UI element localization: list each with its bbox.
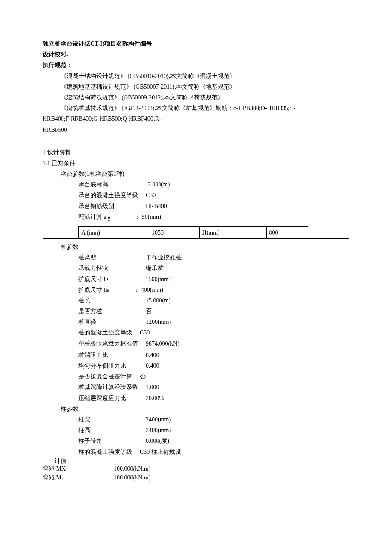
param-colon: ：: [138, 179, 144, 190]
pile-param-row: 压缩层深度应力比 ： 20.00%: [43, 393, 349, 404]
param-value: 否: [144, 306, 152, 317]
param-label: 柱宽: [78, 414, 138, 425]
param-label: 是否按复合桩基计算: [78, 371, 132, 382]
param-colon: ：: [138, 306, 144, 317]
param-value: 干作业挖孔桩: [144, 252, 182, 263]
param-label: 弯矩 M,: [43, 474, 111, 483]
pile-param-row: 是否方桩 ： 否: [43, 306, 349, 317]
param-colon: ：: [132, 371, 138, 382]
document-body: 独立桩承台设计(ZCT-I)项目名称构件编号 设计校对. 执行规范： 《混凝土结…: [43, 38, 349, 483]
col-param-row: 柱高 ： 2400(mm): [43, 425, 349, 436]
divider: [111, 465, 111, 474]
col-param-row: 柱的混凝土强度等级 ： C30 柱上荷载设: [43, 447, 349, 457]
param-value: 2400(mm): [144, 425, 171, 436]
section-1-title: 1 设计资料: [43, 147, 349, 158]
cap-param-row: 承台钢筋级别 ： HRB400: [43, 201, 349, 212]
design-note: 计值: [43, 457, 349, 465]
param-value: 0.000(度): [144, 436, 169, 446]
pile-param-row: 承载力性状 ： 端承桩: [43, 263, 349, 273]
pile-param-row: 桩长 ： 15.000(m): [43, 295, 349, 306]
pile-param-row: 桩的混凝土强度等级 ： C30: [43, 327, 349, 338]
param-label: 桩直径: [78, 317, 138, 327]
param-value: 20.00%: [144, 393, 164, 404]
param-label: 扩底尺寸 he: [78, 285, 133, 295]
pile-param-row: 单桩极限承载力标准值 ： 9874.000(kN): [43, 338, 349, 349]
param-label: 均匀分布侧阻力比: [78, 360, 138, 371]
param-value: 100.000(kN.m): [114, 474, 150, 483]
param-label: 单桩极限承载力标准值: [78, 338, 138, 349]
divider: [111, 474, 111, 483]
rebar-spec-line2: HRB400;F-RRB400;G-HRB500;Q-HRBF400;R-: [43, 113, 349, 124]
param-colon: ：: [132, 327, 138, 338]
param-value: HRB400: [144, 201, 167, 212]
pile-param-row: 均匀分布侧阻力比 ： 0.400: [43, 360, 349, 371]
param-value: 50(mm): [140, 212, 161, 224]
param-label: 桩的混凝土强度等级: [78, 327, 132, 338]
param-label: 承台的混凝土强度等级: [78, 190, 138, 200]
cap-param-row: 承台底标高 ： -2.000(m): [43, 179, 349, 190]
pile-param-row: 桩类型 ： 干作业挖孔桩: [43, 252, 349, 263]
param-colon: ：: [138, 425, 144, 436]
param-colon: ：: [132, 447, 138, 457]
dim-cell: A (mm): [79, 226, 149, 239]
section-1-1-title: 1.1 已知条件: [43, 158, 349, 169]
param-label: 承台钢筋级别: [78, 201, 138, 212]
param-value: 100.000(kN.m): [114, 465, 150, 474]
cap-params-title: 承台参数(1桩承台第1种): [43, 169, 349, 179]
param-colon: ：: [138, 295, 144, 306]
param-colon: ：: [138, 436, 144, 446]
param-label: 扩底尺寸 D: [78, 274, 138, 285]
pile-param-row: 扩底尺寸 D ： 1500(mm): [43, 274, 349, 285]
param-label: 桩基沉降计算经验系数: [78, 382, 138, 392]
cap-param-row: 承台的混凝土强度等级 ： C30: [43, 190, 349, 200]
spec-item: 《建筑结构荷载规范》 (GB50009-2012),本文简称《荷载规范》: [43, 92, 349, 103]
pile-param-row: 桩端阻力比 ： 0.400: [43, 350, 349, 360]
param-value: 端承桩: [144, 263, 164, 273]
param-value: 1.000: [144, 382, 159, 392]
dim-cell: 800: [266, 226, 308, 239]
param-colon: ：: [138, 263, 144, 273]
title: 独立桩承台设计(ZCT-I)项目名称构件编号: [43, 38, 349, 49]
param-label: 柱高: [78, 425, 138, 436]
param-value: 1500(mm): [144, 274, 171, 285]
param-label: 柱的混凝土强度等级: [78, 447, 132, 457]
param-colon: ：: [138, 190, 144, 200]
param-value: C30 柱上荷载设: [138, 447, 181, 457]
param-colon: ：: [138, 393, 144, 404]
rebar-spec-line3: HRBF500: [43, 125, 349, 135]
param-label: 桩类型: [78, 252, 138, 263]
param-colon: ：: [138, 414, 144, 425]
col-param-row: 柱子转角 ： 0.000(度): [43, 436, 349, 446]
param-label: 承台底标高: [78, 179, 138, 190]
param-label: 弯矩 MX: [43, 465, 111, 474]
param-value: 9874.000(kN): [144, 338, 179, 349]
dim-cell: H(mm): [199, 226, 266, 239]
param-label: 桩长: [78, 295, 138, 306]
check-line: 设计校对.: [43, 49, 349, 60]
pile-param-row: 桩直径 ： 1200(mm): [43, 317, 349, 327]
param-colon: ：: [138, 274, 144, 285]
pile-param-row: 桩基沉降计算经验系数 ： 1.000: [43, 382, 349, 392]
param-value: 2400(mm): [144, 414, 171, 425]
param-value: 0.400: [144, 360, 159, 371]
param-value: C30: [144, 190, 156, 200]
param-colon: ：: [133, 285, 139, 295]
param-colon: ：: [138, 252, 144, 263]
design-row: 弯矩 M, 100.000(kN.m): [43, 474, 349, 483]
col-param-row: 柱宽 ： 2400(mm): [43, 414, 349, 425]
param-label: 配筋计算 ai5: [78, 212, 134, 224]
param-value: 1200(mm): [144, 317, 171, 327]
design-row: 弯矩 MX 100.000(kN.m): [43, 465, 349, 474]
param-label: 是否方桩: [78, 306, 138, 317]
param-colon: ：: [138, 382, 144, 392]
rebar-spec-line1: 《建筑桩基技术规范》 (JGJ94-2008),本文简称《桩基规范》钢筋：d-H…: [43, 103, 349, 113]
param-value: 0.400: [144, 350, 159, 360]
table-row: A (mm) 1050 H(mm) 800: [79, 226, 308, 239]
param-colon: ：: [138, 317, 144, 327]
param-value: -2.000(m): [144, 179, 170, 190]
param-colon: ：: [138, 360, 144, 371]
spec-item: 《建筑地基基础设计规范》 (GB50007-2011),本文简称《地基规范》: [43, 81, 349, 92]
param-label: 柱子转角: [78, 436, 138, 446]
spec-item: 《混凝土结构设计规范》 (GB50010-2010),本文简称《混凝土规范》: [43, 71, 349, 81]
param-colon: ：: [138, 350, 144, 360]
